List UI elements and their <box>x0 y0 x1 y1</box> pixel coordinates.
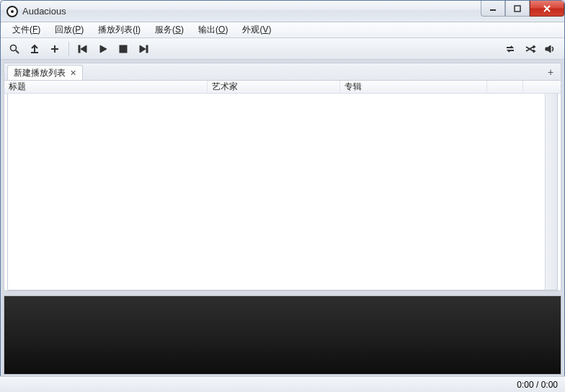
playlist-area[interactable] <box>7 94 558 290</box>
menu-bar: 文件(F) 回放(P) 播放列表(l) 服务(S) 输出(O) 外观(V) <box>1 22 564 38</box>
tab-label: 新建播放列表 <box>14 67 66 79</box>
volume-button[interactable] <box>544 43 557 55</box>
svg-rect-13 <box>120 45 127 53</box>
tab-close-icon[interactable]: ✕ <box>70 68 76 78</box>
svg-rect-1 <box>515 6 520 12</box>
menu-playlist[interactable]: 播放列表(l) <box>91 22 148 37</box>
svg-rect-10 <box>79 45 80 53</box>
svg-marker-18 <box>546 45 551 53</box>
stop-icon <box>118 44 128 54</box>
svg-point-4 <box>11 45 17 50</box>
open-file-button[interactable] <box>28 43 41 55</box>
previous-icon <box>78 44 88 54</box>
previous-button[interactable] <box>76 43 89 55</box>
toolbar <box>1 38 564 60</box>
play-icon <box>98 44 108 54</box>
toolbar-separator <box>68 42 69 56</box>
column-album[interactable]: 专辑 <box>340 81 487 93</box>
tab-current-playlist[interactable]: 新建播放列表 ✕ <box>7 65 83 80</box>
column-artist[interactable]: 艺术家 <box>208 81 340 93</box>
next-icon <box>138 44 148 54</box>
add-button[interactable] <box>48 43 61 55</box>
title-bar: Audacious <box>1 1 564 22</box>
menu-view[interactable]: 外观(V) <box>235 22 278 37</box>
status-bar: 0:00 / 0:00 <box>0 376 565 392</box>
close-icon <box>543 4 551 13</box>
svg-line-5 <box>16 50 19 53</box>
svg-marker-14 <box>140 45 146 53</box>
menu-playback[interactable]: 回放(P) <box>48 22 91 37</box>
menu-file[interactable]: 文件(F) <box>5 22 48 37</box>
next-button[interactable] <box>137 43 150 55</box>
tab-bar: 新建播放列表 ✕ + <box>4 63 561 81</box>
column-extra1[interactable] <box>487 81 523 93</box>
stop-button[interactable] <box>117 43 130 55</box>
search-button[interactable] <box>8 43 21 55</box>
svg-marker-12 <box>100 45 107 53</box>
window-title: Audacious <box>22 6 66 17</box>
open-icon <box>30 44 40 54</box>
repeat-icon <box>504 44 516 54</box>
svg-marker-17 <box>533 50 535 53</box>
svg-rect-15 <box>146 45 148 53</box>
add-icon <box>50 44 60 54</box>
search-icon <box>9 44 19 54</box>
window-controls <box>481 1 564 17</box>
column-headers: 标题 艺术家 专辑 <box>4 81 561 94</box>
shuffle-button[interactable] <box>524 43 537 55</box>
menu-output[interactable]: 输出(O) <box>191 22 235 37</box>
play-button[interactable] <box>97 43 110 55</box>
app-icon <box>6 6 18 17</box>
visualization-panel <box>4 295 561 375</box>
svg-marker-11 <box>81 45 86 53</box>
time-display: 0:00 / 0:00 <box>517 380 558 390</box>
column-title[interactable]: 标题 <box>4 81 208 93</box>
vertical-scrollbar[interactable] <box>545 94 557 290</box>
maximize-icon <box>514 5 521 12</box>
shuffle-icon <box>525 44 536 54</box>
menu-services[interactable]: 服务(S) <box>148 22 191 37</box>
repeat-button[interactable] <box>504 43 517 55</box>
volume-icon <box>545 44 556 54</box>
minimize-button[interactable] <box>481 1 505 17</box>
minimize-icon <box>489 5 497 12</box>
add-tab-button[interactable]: + <box>545 66 556 78</box>
close-button[interactable] <box>530 1 564 17</box>
menu-file-label: 文件( <box>12 24 32 35</box>
column-extra2[interactable] <box>523 81 561 93</box>
playlist-frame: 新建播放列表 ✕ + 标题 艺术家 专辑 <box>4 63 561 291</box>
maximize-button[interactable] <box>505 1 530 17</box>
svg-marker-16 <box>533 45 535 48</box>
